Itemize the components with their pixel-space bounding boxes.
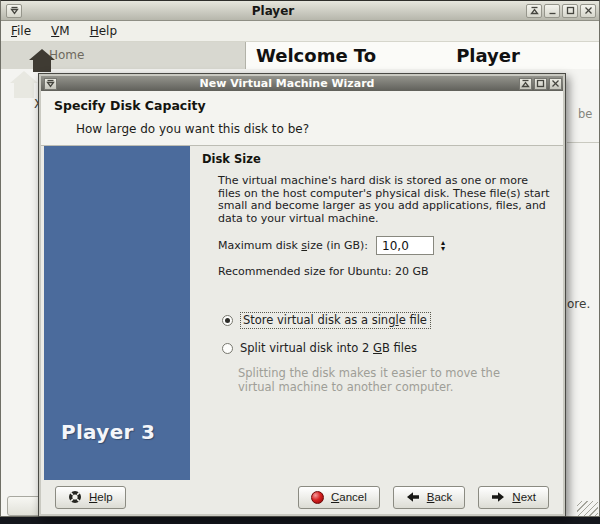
- help-button-label: Help: [89, 491, 113, 503]
- player-titlebar: Player: [1, 1, 599, 21]
- shade-icon: [521, 79, 530, 88]
- menu-help[interactable]: Help: [90, 24, 117, 38]
- window-menu-icon: [10, 6, 19, 15]
- cancel-icon: [311, 491, 324, 504]
- background-text-fragment-top-right: be: [578, 107, 592, 121]
- background-separator-line: [567, 142, 599, 143]
- cancel-button[interactable]: Cancel: [298, 486, 380, 509]
- maximize-icon: [536, 79, 545, 88]
- welcome-text: Welcome To: [256, 45, 376, 66]
- radio-row-single-file[interactable]: Store virtual disk as a single file: [222, 312, 560, 329]
- radio-split-files[interactable]: [222, 343, 233, 354]
- minimize-icon: [548, 6, 557, 15]
- next-button[interactable]: Next: [478, 486, 549, 509]
- close-button[interactable]: [580, 4, 596, 18]
- dialog-title: New Virtual Machine Wizard: [57, 77, 517, 90]
- desktop: Player: [0, 0, 600, 524]
- spin-down-button[interactable]: ▾: [441, 246, 445, 252]
- help-icon: [68, 490, 82, 504]
- wizard-step-subtitle: How large do you want this disk to be?: [76, 122, 309, 136]
- window-menu-icon: [46, 79, 55, 88]
- maximize-icon: [566, 6, 575, 15]
- close-icon: [584, 6, 593, 15]
- welcome-product-text: Player: [456, 45, 520, 66]
- window-title: Player: [22, 4, 524, 18]
- dialog-window-menu-button[interactable]: [44, 78, 57, 90]
- brand-logo: Player 3: [61, 420, 155, 444]
- wizard-header: Specify Disk Capacity How large do you w…: [41, 91, 563, 146]
- disk-size-heading: Disk Size: [202, 152, 560, 166]
- dialog-close-button[interactable]: [549, 78, 562, 90]
- radio-row-split-files[interactable]: Split virtual disk into 2 GB files: [222, 341, 560, 355]
- close-icon: [551, 79, 560, 88]
- radio-split-files-label: Split virtual disk into 2 GB files: [240, 341, 417, 355]
- dialog-maximize-button[interactable]: [534, 78, 547, 90]
- dialog-new-vm-wizard: New Virtual Machine Wizard: [38, 73, 566, 517]
- wizard-content: Disk Size The virtual machine's hard dis…: [190, 146, 560, 480]
- split-disk-note: Splitting the disk makes it easier to mo…: [238, 367, 538, 394]
- maximize-button[interactable]: [562, 4, 578, 18]
- menu-vm[interactable]: VM: [51, 24, 70, 38]
- max-disk-size-input[interactable]: 10,0: [376, 236, 434, 255]
- menubar: File VM Help: [1, 21, 599, 42]
- shade-icon: [530, 6, 539, 15]
- dialog-titlebar: New Virtual Machine Wizard: [41, 76, 563, 91]
- disk-storage-radio-group: Store virtual disk as a single file Spli…: [190, 312, 560, 394]
- background-partial-button[interactable]: [7, 496, 41, 516]
- background-text-fragment-bottom-right: ore.: [567, 297, 590, 311]
- wizard-sidebar: Player 3: [44, 146, 190, 480]
- back-icon: [406, 491, 420, 503]
- window-menu-button[interactable]: [6, 4, 22, 18]
- next-icon: [491, 491, 505, 503]
- max-disk-size-label: Maximum disk size (in GB):: [218, 239, 368, 252]
- wizard-buttonbar: Help Cancel Back Next: [41, 480, 563, 514]
- dialog-shade-button[interactable]: [519, 78, 532, 90]
- help-button[interactable]: Help: [55, 486, 126, 509]
- welcome-banner: Welcome To Player: [246, 42, 599, 69]
- radio-store-single-file[interactable]: [222, 315, 233, 326]
- radio-store-single-file-label: Store virtual disk as a single file: [240, 312, 431, 329]
- tab-row: Home Welcome To Player: [1, 42, 599, 69]
- minimize-button[interactable]: [544, 4, 560, 18]
- menu-file[interactable]: File: [11, 24, 31, 38]
- home-watermark-icon: [7, 67, 41, 101]
- wizard-step-title: Specify Disk Capacity: [54, 98, 206, 113]
- resize-grip[interactable]: [577, 501, 598, 516]
- shade-button[interactable]: [526, 4, 542, 18]
- next-button-label: Next: [512, 491, 536, 503]
- back-button[interactable]: Back: [393, 486, 466, 509]
- recommended-size-text: Recommended size for Ubuntu: 20 GB: [218, 265, 560, 278]
- back-button-label: Back: [427, 491, 453, 503]
- cancel-button-label: Cancel: [331, 491, 367, 503]
- disk-size-description: The virtual machine's hard disk is store…: [218, 175, 550, 225]
